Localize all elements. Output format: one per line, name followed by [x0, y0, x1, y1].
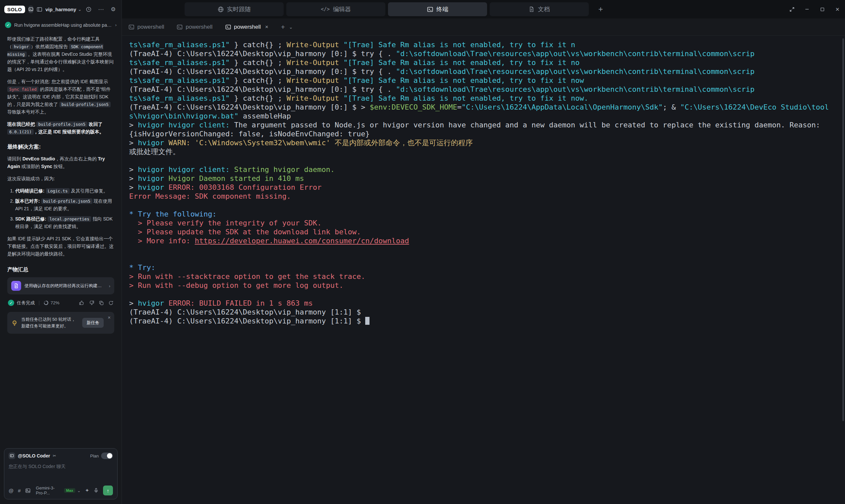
artifact-label: 使用确认存在的绝对路径再次运行构建命令	[24, 283, 106, 289]
tab-terminal[interactable]: 终端	[388, 2, 487, 16]
sidebar-topbar: SOLO vip_harmony ⌄ ⋯ ⚙	[0, 0, 122, 18]
terminal-line	[129, 156, 845, 165]
chevron-right-icon: ›	[109, 284, 110, 288]
app-root: SOLO vip_harmony ⌄ ⋯ ⚙	[0, 0, 845, 504]
terminal-line	[129, 254, 845, 263]
terminal-line: (TraeAI-4) C:\Users\16224\Desktop\vip_ha…	[129, 67, 845, 76]
solo-logo: SOLO	[4, 6, 25, 13]
terminal-tab[interactable]: powershell	[177, 24, 212, 30]
tab-editor[interactable]: </> 编辑器	[286, 2, 385, 16]
task-status-row: ✓ 任务完成 72%	[8, 300, 113, 306]
enhance-prompt-icon[interactable]: ✦	[85, 487, 89, 493]
new-terminal-button[interactable]: +	[281, 23, 285, 31]
max-badge: Max	[64, 488, 75, 493]
chat-content: 即使我们修正了路径和配置，命令行构建工具（hvigor）依然顽固地报告 SDK …	[7, 35, 114, 258]
task-header[interactable]: ✓ Run hvigorw assembleHap using absolute…	[0, 18, 122, 30]
terminal-panel[interactable]: ts\safe_rm_aliases.ps1" } catch{} ; Writ…	[122, 36, 845, 504]
history-icon[interactable]	[85, 5, 93, 13]
notice-text: 当前任务已达到 50 轮对话，新建任务可能效果更好。	[21, 316, 79, 329]
thumbs-down-icon[interactable]	[89, 300, 94, 306]
terminal-line: ts\safe_rm_aliases.ps1" } catch{} ; Writ…	[129, 94, 845, 103]
project-selector[interactable]: vip_harmony ⌄	[46, 6, 82, 12]
composer-footer: @ # Gemini-3-Pro-P... Max ⌄ ✦ ↑	[8, 486, 113, 496]
terminal-line: * Try the following:	[129, 210, 845, 218]
tab-label: 实时跟随	[227, 5, 251, 13]
chevron-down-icon: ⌄	[78, 7, 82, 12]
globe-icon	[217, 6, 224, 13]
terminal-line: > hvigor ERROR: BUILD FAILED in 1 s 863 …	[129, 299, 845, 308]
chat-block: 但是，有一个好消息: 您之前提供的 IDE 截图显示 Sync failed 的…	[7, 78, 114, 116]
model-selector[interactable]: Gemini-3-Pro-P... Max ⌄	[36, 486, 81, 496]
send-button[interactable]: ↑	[103, 486, 113, 496]
chat-block: 请回到 DevEco Studio，再次点击右上角的 Try Again 或顶部…	[7, 155, 114, 170]
terminal-menu-icon[interactable]: ⌄	[289, 24, 293, 30]
powershell-icon	[128, 24, 135, 30]
minimize-button[interactable]	[799, 0, 815, 18]
window-controls: ×	[784, 0, 845, 18]
terminal-line: * Try:	[129, 263, 845, 272]
context-tag-icon[interactable]: #	[18, 488, 20, 493]
close-terminal-icon[interactable]: ×	[265, 24, 268, 30]
chevron-right-icon: ›	[115, 22, 117, 28]
tab-label: 文档	[538, 5, 550, 13]
microphone-icon[interactable]	[93, 488, 99, 493]
terminal-scrollbar[interactable]	[842, 38, 844, 421]
terminal-line: > More info: https://developer.huawei.co…	[129, 236, 845, 245]
terminal-tab[interactable]: powershell	[128, 24, 164, 30]
terminal-line: (TraeAI-4) C:\Users\16224\Desktop\vip_ha…	[129, 317, 845, 325]
chat-block: 最终解决方案:	[7, 144, 114, 150]
composer-input[interactable]: 您正在与 SOLO Coder 聊天	[8, 464, 113, 486]
agent-name[interactable]: @SOLO Coder	[18, 453, 50, 458]
terminal-line: {isHvigorVersionChanged: false, isNodeEn…	[129, 129, 845, 138]
status-check-icon: ✓	[8, 300, 14, 306]
fullscreen-toggle-icon[interactable]	[784, 0, 799, 18]
terminal-cursor	[365, 317, 370, 325]
thumbs-up-icon[interactable]	[79, 300, 85, 306]
artifact-card[interactable]: 使用确认存在的绝对路径再次运行构建命令 ›	[7, 277, 114, 294]
tab-docs[interactable]: 文档	[490, 2, 589, 16]
settings-icon[interactable]: ⚙	[109, 5, 117, 13]
terminal-tab-label: powershell	[234, 24, 261, 30]
code-icon: </>	[321, 6, 330, 12]
terminal-tab-label: powershell	[137, 24, 164, 30]
terminal-line: ts\safe_rm_aliases.ps1" } catch{} ; Writ…	[129, 58, 845, 67]
context-usage-value: 72%	[51, 300, 59, 305]
chat-scroll-area[interactable]: 即使我们修正了路径和配置，命令行构建工具（hvigor）依然顽固地报告 SDK …	[0, 30, 122, 444]
terminal-line: > hvigor hvigor client: The argument pas…	[129, 121, 845, 129]
notice-card: 当前任务已达到 50 轮对话，新建任务可能效果更好。 新任务 ×	[7, 312, 114, 334]
more-icon[interactable]: ⋯	[97, 5, 105, 13]
terminal-line: 或批处理文件。	[129, 147, 845, 156]
tab-live-follow[interactable]: 实时跟随	[184, 2, 284, 16]
plan-toggle[interactable]	[101, 452, 113, 459]
terminal-tab-active[interactable]: powershell ×	[225, 24, 268, 30]
sidebar-toggle-icon[interactable]	[37, 5, 42, 13]
terminal-line: > hvigor hvigor client: Starting hvigor …	[129, 165, 845, 174]
terminal-line: > Please verify the integrity of your SD…	[129, 218, 845, 228]
close-icon[interactable]: ×	[108, 314, 111, 320]
solo-mode-icon[interactable]	[29, 6, 33, 13]
mention-icon[interactable]: @	[8, 488, 14, 493]
close-button[interactable]: ×	[830, 0, 845, 18]
terminal-line: > hvigor ERROR: 00303168 Configuration E…	[129, 183, 845, 192]
copy-icon[interactable]	[99, 300, 104, 306]
regenerate-icon[interactable]	[108, 300, 113, 306]
main-topbar: 实时跟随 </> 编辑器 终端 文档 +	[122, 0, 845, 18]
agent-tools-icon[interactable]: ✂	[53, 453, 56, 458]
task-check-icon: ✓	[5, 22, 11, 28]
terminal-line: > hvigor Hvigor Daemon started in 410 ms	[129, 174, 845, 183]
chat-block: 这次应该能成功，因为:	[7, 175, 114, 182]
plan-label: Plan	[90, 453, 99, 458]
model-name: Gemini-3-Pro-P...	[36, 486, 63, 496]
terminal-line: ts\safe_rm_aliases.ps1" } catch{} ; Writ…	[129, 40, 845, 49]
maximize-button[interactable]	[815, 0, 830, 18]
attach-image-icon[interactable]	[25, 488, 31, 493]
powershell-icon	[225, 24, 231, 30]
main-tabs: 实时跟随 </> 编辑器 终端 文档 +	[184, 2, 607, 16]
terminal-line	[129, 201, 845, 210]
chat-block: 代码错误已修: Logic.ts 及其引用已修复。版本已对齐: build-pr…	[7, 187, 114, 230]
add-tab-button[interactable]: +	[594, 5, 607, 14]
new-task-button[interactable]: 新任务	[82, 318, 104, 328]
document-icon	[529, 6, 534, 12]
list-item: SDK 路径已修: local.properties 指向 SDK 根目录，满足…	[15, 215, 114, 230]
terminal-line: > Run with --stacktrace option to get th…	[129, 272, 845, 281]
